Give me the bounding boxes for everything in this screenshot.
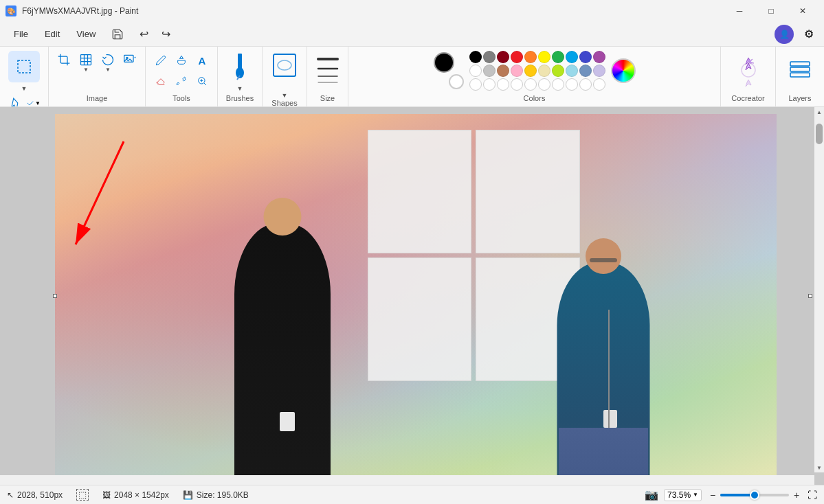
color-selection-area bbox=[434, 52, 464, 89]
color-steelblue[interactable] bbox=[579, 65, 592, 77]
horizontal-scrollbar[interactable] bbox=[0, 475, 814, 485]
eraser-button[interactable] bbox=[151, 71, 170, 91]
menu-edit[interactable]: Edit bbox=[36, 26, 68, 42]
layers-button[interactable] bbox=[785, 51, 815, 92]
color-custom-3[interactable] bbox=[497, 78, 509, 91]
add-image-button[interactable] bbox=[120, 51, 140, 75]
camera-settings-icon[interactable]: 📷 bbox=[645, 488, 658, 501]
color-gray[interactable] bbox=[483, 51, 495, 63]
color-orange[interactable] bbox=[524, 51, 537, 63]
menubar-right: 👤 ⚙ bbox=[775, 25, 819, 44]
pencil-button[interactable] bbox=[151, 51, 170, 70]
canvas-container: ▲ ▼ bbox=[0, 107, 824, 485]
color-custom-5[interactable] bbox=[524, 78, 537, 91]
colors-group: Colors bbox=[348, 47, 721, 106]
cocreator-button[interactable] bbox=[733, 51, 764, 92]
color-green[interactable] bbox=[552, 51, 564, 63]
color-darkred[interactable] bbox=[497, 51, 509, 63]
color-blue[interactable] bbox=[566, 51, 578, 63]
svg-rect-0 bbox=[18, 60, 30, 73]
text-button[interactable]: A bbox=[192, 51, 212, 70]
selection-icon: ⬚ bbox=[76, 489, 89, 501]
minimize-button[interactable]: ─ bbox=[724, 0, 755, 22]
color-custom-4[interactable] bbox=[511, 78, 523, 91]
vertical-scrollbar[interactable]: ▲ ▼ bbox=[814, 107, 824, 472]
titlebar: 🎨 F6jYMWsXMAAJVRt.jpg - Paint ─ □ ✕ bbox=[0, 0, 824, 22]
zoom-slider-fill bbox=[720, 494, 751, 496]
color-lavender[interactable] bbox=[593, 65, 605, 77]
selection-dropdown[interactable]: ▼ bbox=[21, 85, 27, 92]
color-cream[interactable] bbox=[538, 65, 550, 77]
scrollbar-track-vertical[interactable] bbox=[814, 117, 824, 463]
menu-file[interactable]: File bbox=[5, 26, 36, 42]
zoom-button[interactable] bbox=[192, 71, 212, 91]
settings-button[interactable]: ⚙ bbox=[799, 25, 819, 44]
color-black[interactable] bbox=[469, 51, 482, 63]
color-custom-2[interactable] bbox=[483, 78, 495, 91]
scrollbar-down[interactable]: ▼ bbox=[814, 463, 824, 472]
svg-rect-16 bbox=[790, 67, 810, 71]
redo-button[interactable]: ↪ bbox=[156, 25, 175, 44]
fit-to-window-icon[interactable]: ⛶ bbox=[808, 490, 817, 501]
resize-button[interactable]: ▼ bbox=[76, 51, 96, 75]
color-picker-wheel[interactable] bbox=[611, 58, 636, 83]
titlebar-left: 🎨 F6jYMWsXMAAJVRt.jpg - Paint bbox=[5, 5, 138, 16]
color-lime[interactable] bbox=[552, 65, 564, 77]
color-skyblue[interactable] bbox=[566, 65, 578, 77]
resize-handle-right[interactable] bbox=[808, 294, 812, 298]
color-darkblue[interactable] bbox=[579, 51, 592, 63]
colors-label: Colors bbox=[524, 94, 546, 104]
file-size-display: 💾 Size: 195.0KB bbox=[183, 490, 249, 500]
magic-select-button[interactable] bbox=[7, 95, 23, 107]
crop-button[interactable] bbox=[54, 51, 74, 75]
scrollbar-up[interactable]: ▲ bbox=[814, 107, 824, 117]
zoom-select[interactable]: 73.5% ▼ bbox=[664, 489, 702, 501]
image-tools: ▼ ▼ bbox=[54, 51, 140, 75]
color-yellow[interactable] bbox=[538, 51, 550, 63]
shapes-button[interactable] bbox=[270, 51, 299, 89]
zoom-in-button[interactable]: + bbox=[791, 490, 802, 501]
zoom-out-button[interactable]: − bbox=[707, 490, 718, 501]
zoom-slider[interactable] bbox=[720, 494, 789, 496]
color-custom-7[interactable] bbox=[552, 78, 564, 91]
cursor-icon: ↖ bbox=[7, 490, 14, 500]
user-avatar[interactable]: 👤 bbox=[775, 25, 794, 44]
freeform-select-dropdown[interactable]: ▼ bbox=[25, 95, 41, 107]
color-lightgray[interactable] bbox=[483, 65, 495, 77]
menu-view[interactable]: View bbox=[68, 26, 104, 42]
foreground-color[interactable] bbox=[434, 52, 454, 73]
color-gold[interactable] bbox=[524, 65, 537, 77]
color-custom-8[interactable] bbox=[566, 78, 578, 91]
save-button[interactable] bbox=[107, 23, 129, 45]
undo-button[interactable]: ↩ bbox=[134, 25, 153, 44]
close-button[interactable]: ✕ bbox=[787, 0, 819, 22]
color-red[interactable] bbox=[511, 51, 523, 63]
ribbon: ▼ ▼ Selection bbox=[0, 47, 824, 107]
resize-handle-left[interactable] bbox=[53, 294, 57, 298]
color-purple[interactable] bbox=[593, 51, 605, 63]
app-icon: 🎨 bbox=[5, 5, 16, 16]
brushes-button[interactable] bbox=[227, 51, 253, 84]
shapes-label: Shapes bbox=[271, 99, 297, 107]
color-brown[interactable] bbox=[497, 65, 509, 77]
scrollbar-thumb-vertical[interactable] bbox=[816, 124, 823, 144]
color-picker-button[interactable] bbox=[172, 71, 191, 91]
color-custom-6[interactable] bbox=[538, 78, 550, 91]
background-color[interactable] bbox=[449, 74, 464, 89]
tools-label: Tools bbox=[172, 94, 190, 104]
fill-button[interactable] bbox=[172, 51, 191, 70]
color-custom-1[interactable] bbox=[469, 78, 482, 91]
maximize-button[interactable]: □ bbox=[755, 0, 787, 22]
selection-rectangle-button[interactable] bbox=[8, 51, 40, 82]
color-white[interactable] bbox=[469, 65, 482, 77]
color-pink[interactable] bbox=[511, 65, 523, 77]
color-custom-10[interactable] bbox=[593, 78, 605, 91]
svg-point-3 bbox=[126, 57, 129, 59]
shapes-dropdown[interactable]: ▼ bbox=[282, 92, 288, 99]
color-custom-9[interactable] bbox=[579, 78, 592, 91]
zoom-slider-thumb[interactable] bbox=[750, 490, 759, 500]
photo-canvas[interactable] bbox=[55, 114, 777, 485]
brushes-dropdown[interactable]: ▼ bbox=[237, 85, 243, 92]
svg-rect-15 bbox=[790, 73, 810, 77]
rotate-button[interactable]: ▼ bbox=[98, 51, 118, 75]
